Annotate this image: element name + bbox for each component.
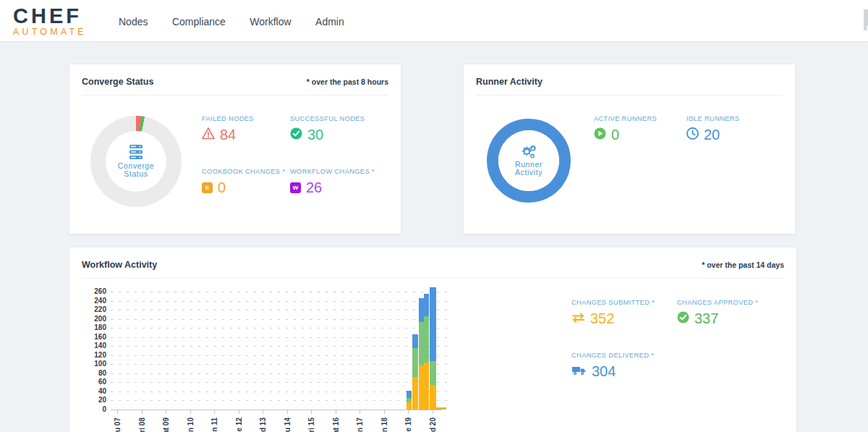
chart-x-tick xyxy=(263,410,263,414)
stat-label: FAILED NODES xyxy=(202,115,254,122)
chart-x-tick-label: Fri 15 xyxy=(307,418,315,432)
chart-gridline xyxy=(111,301,449,302)
chart-x-tick-label: Thu 07 xyxy=(114,418,122,432)
cookbook-badge-icon: c xyxy=(202,182,213,193)
server-stack-icon xyxy=(128,145,144,160)
stat-number: 20 xyxy=(704,127,720,142)
chart-y-tick-label: 220 xyxy=(70,305,106,313)
chart-y-tick-label: 100 xyxy=(70,360,106,368)
stat-changes-submitted[interactable]: CHANGES SUBMITTED * 352 xyxy=(571,299,655,326)
chart-x-tick xyxy=(433,410,433,414)
clock-icon xyxy=(686,127,699,142)
chart-bar-segment xyxy=(436,407,446,410)
chart-x-tick xyxy=(336,410,336,414)
chart-gridline xyxy=(111,391,449,392)
check-circle-icon xyxy=(677,311,689,326)
chart-y-tick-label: 0 xyxy=(70,405,106,413)
stat-number: 337 xyxy=(694,311,718,326)
runner-activity-title: Runner Activity xyxy=(476,77,542,87)
main-nav: Nodes Compliance Workflow Admin xyxy=(119,15,365,28)
stat-number: 84 xyxy=(220,127,236,142)
chart-y-tick-label: 80 xyxy=(70,369,106,377)
stat-changes-delivered[interactable]: CHANGES DELIVERED * 304 xyxy=(571,352,654,378)
stat-idle-runners[interactable]: IDLE RUNNERS 20 xyxy=(686,115,739,142)
chart-bar-segment xyxy=(424,316,429,362)
nav-item-nodes[interactable]: Nodes xyxy=(119,16,148,27)
chart-bar-segment xyxy=(430,361,436,385)
chart-y-tick-label: 200 xyxy=(70,315,106,323)
gears-icon xyxy=(520,145,537,158)
converge-status-note: * over the past 8 hours xyxy=(307,77,388,86)
chef-automate-logo[interactable]: CHEF AUTOMATE xyxy=(13,6,100,37)
stat-failed-nodes[interactable]: FAILED NODES 84 xyxy=(202,115,254,142)
chart-y-tick-label: 20 xyxy=(70,396,106,404)
stat-label: CHANGES SUBMITTED * xyxy=(571,299,655,306)
runner-activity-donut[interactable]: Runner Activity xyxy=(487,119,571,203)
nav-item-compliance[interactable]: Compliance xyxy=(172,16,226,27)
stat-number: 304 xyxy=(592,364,616,378)
nav-item-workflow[interactable]: Workflow xyxy=(250,16,291,27)
chart-gridline xyxy=(111,355,449,356)
stat-number: 352 xyxy=(590,311,614,326)
runner-donut-center: Runner Activity xyxy=(498,130,559,191)
chart-bar-segment xyxy=(424,363,429,410)
exchange-arrows-icon xyxy=(571,311,585,326)
stat-active-runners[interactable]: ACTIVE RUNNERS 0 xyxy=(594,115,657,142)
chart-x-tick xyxy=(311,410,312,414)
converge-status-donut[interactable]: Converge Status xyxy=(90,116,182,207)
chart-x-tick xyxy=(359,410,360,414)
chart-bar-segment xyxy=(430,385,436,410)
stat-number: 30 xyxy=(307,127,323,142)
chart-gridline xyxy=(111,328,449,329)
stat-label: IDLE RUNNERS xyxy=(686,115,739,122)
chart-y-tick-label: 240 xyxy=(70,297,106,305)
chart-x-tick-label: Tue 19 xyxy=(404,418,412,432)
stat-cookbook-changes[interactable]: COOKBOOK CHANGES * c 0 xyxy=(202,168,285,195)
stat-successful-nodes[interactable]: SUCCESSFUL NODES 30 xyxy=(290,115,365,142)
stat-workflow-changes[interactable]: WORKFLOW CHANGES * w 26 xyxy=(290,168,375,195)
top-navigation-bar: CHEF AUTOMATE Nodes Compliance Workflow … xyxy=(0,0,868,41)
chart-x-axis xyxy=(111,410,441,410)
stat-label: ACTIVE RUNNERS xyxy=(594,115,657,122)
chart-x-tick xyxy=(166,410,166,414)
chart-bar-segment xyxy=(424,294,429,317)
runner-donut-label-line2: Activity xyxy=(515,169,542,177)
chart-bar-segment xyxy=(430,287,436,361)
chart-x-tick xyxy=(239,410,239,414)
stat-label: COOKBOOK CHANGES * xyxy=(202,168,285,175)
chart-x-tick-label: Sun 17 xyxy=(356,418,364,432)
chart-bar-segment xyxy=(419,322,424,365)
stat-number: 26 xyxy=(306,180,322,195)
avatar xyxy=(864,9,868,30)
cookbook-badge-letter: c xyxy=(205,180,209,195)
dashboard-page: CHEF AUTOMATE Nodes Compliance Workflow … xyxy=(0,0,868,432)
chart-bar-segment xyxy=(407,391,412,398)
play-circle-icon xyxy=(594,127,606,142)
workflow-activity-chart: 020406080100120140160180200220240260Thu … xyxy=(69,247,796,432)
chart-x-tick xyxy=(214,410,215,414)
chart-x-tick xyxy=(287,410,288,414)
stat-number: 0 xyxy=(611,127,619,142)
chart-x-tick-label: Sat 09 xyxy=(162,418,170,432)
chart-y-tick-label: 260 xyxy=(70,287,106,295)
logo-primary-text: CHEF xyxy=(13,6,100,26)
chart-bar-segment xyxy=(407,402,412,410)
chart-x-tick-label: Mon 11 xyxy=(210,418,218,432)
chart-x-tick-label: Wed 20 xyxy=(429,418,437,432)
stat-label: WORKFLOW CHANGES * xyxy=(290,168,375,175)
chart-gridline xyxy=(111,346,449,347)
check-circle-icon xyxy=(290,127,302,142)
chart-y-tick-label: 40 xyxy=(70,387,106,395)
chart-x-tick xyxy=(384,410,385,414)
logo-secondary-text: AUTOMATE xyxy=(13,27,100,37)
runner-activity-card: Runner Activity Ru xyxy=(463,64,796,234)
chart-bar-segment xyxy=(412,377,418,410)
chart-bar-segment xyxy=(419,365,424,410)
stat-label: CHANGES APPROVED * xyxy=(677,299,758,306)
chart-gridline xyxy=(111,400,449,401)
nav-item-admin[interactable]: Admin xyxy=(315,16,344,27)
workflow-badge-icon: w xyxy=(290,182,301,193)
converge-status-title: Converge Status xyxy=(82,77,153,87)
stat-changes-approved[interactable]: CHANGES APPROVED * 337 xyxy=(677,299,758,326)
chart-gridline xyxy=(111,292,449,292)
